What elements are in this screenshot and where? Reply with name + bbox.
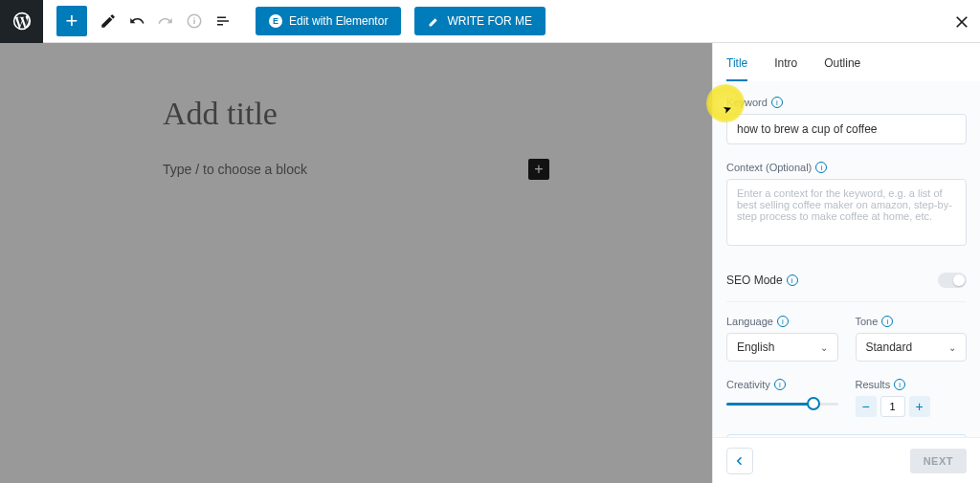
inline-add-block-button[interactable]: +	[528, 159, 549, 180]
seo-mode-toggle[interactable]	[938, 273, 967, 288]
wordpress-logo[interactable]	[0, 0, 43, 43]
context-input[interactable]	[726, 179, 967, 246]
redo-button[interactable]	[152, 0, 179, 43]
keyword-info-icon[interactable]: i	[771, 97, 783, 108]
undo-button[interactable]	[123, 0, 150, 43]
close-drawer-button[interactable]	[953, 13, 970, 31]
chevron-left-icon	[734, 455, 746, 467]
block-inserter-row: Type / to choose a block +	[163, 159, 549, 180]
edit-mode-button[interactable]	[95, 0, 122, 43]
creativity-slider[interactable]	[726, 396, 838, 411]
block-placeholder-text[interactable]: Type / to choose a block	[163, 162, 307, 177]
keyword-input[interactable]	[726, 114, 967, 144]
language-select[interactable]: English ⌄	[726, 333, 838, 362]
undo-icon	[128, 12, 145, 30]
results-info-icon[interactable]: i	[894, 379, 905, 390]
list-icon	[214, 12, 232, 30]
redo-icon	[157, 12, 174, 30]
drawer-footer: NEXT	[713, 437, 980, 483]
drawer-tabs: Title Intro Outline	[713, 43, 980, 81]
language-label: Language i	[726, 316, 838, 327]
creativity-info-icon[interactable]: i	[774, 379, 786, 390]
pen-icon	[428, 15, 440, 28]
creativity-label: Creativity i	[726, 379, 838, 390]
info-icon	[186, 12, 203, 30]
tone-label: Tone i	[856, 316, 968, 327]
toolbar-icon-group	[95, 0, 236, 43]
edit-with-elementor-label: Edit with Elementor	[289, 14, 388, 28]
write-for-me-label: WRITE FOR ME	[447, 14, 532, 28]
results-decrement-button[interactable]: −	[856, 396, 877, 417]
top-toolbar: + E Edit with Elementor WRITE FOR ME	[0, 0, 980, 43]
next-button[interactable]: NEXT	[910, 449, 967, 473]
document-outline-button[interactable]	[210, 0, 236, 43]
tab-intro[interactable]: Intro	[774, 56, 797, 81]
wordpress-icon	[11, 11, 33, 32]
tab-outline[interactable]: Outline	[824, 56, 860, 81]
language-info-icon[interactable]: i	[777, 316, 789, 327]
results-label: Results i	[856, 379, 968, 390]
context-info-icon[interactable]: i	[815, 162, 827, 173]
results-value[interactable]: 1	[880, 396, 905, 417]
info-button[interactable]	[181, 0, 208, 43]
chevron-down-icon: ⌄	[948, 342, 956, 353]
elementor-icon: E	[269, 14, 282, 28]
write-for-me-button[interactable]: WRITE FOR ME	[414, 7, 546, 35]
results-stepper: − 1 +	[856, 396, 968, 417]
tab-title[interactable]: Title	[726, 56, 747, 81]
block-editor: Add title Type / to choose a block +	[0, 43, 712, 483]
seo-info-icon[interactable]: i	[787, 274, 798, 286]
results-increment-button[interactable]: +	[909, 396, 930, 417]
tone-select[interactable]: Standard ⌄	[856, 333, 968, 362]
generate-area[interactable]	[726, 434, 967, 437]
svg-point-2	[193, 17, 195, 19]
edit-with-elementor-button[interactable]: E Edit with Elementor	[256, 7, 401, 35]
back-button[interactable]	[726, 448, 753, 474]
chevron-down-icon: ⌄	[820, 342, 828, 353]
tone-info-icon[interactable]: i	[881, 316, 893, 327]
seo-mode-label: SEO Mode i	[726, 274, 798, 287]
context-label: Context (Optional) i	[726, 162, 967, 173]
genie-drawer: genie Title Intro Outline Keyword i Cont…	[712, 43, 980, 483]
post-title-input[interactable]: Add title	[163, 96, 549, 132]
close-icon	[955, 15, 969, 29]
keyword-label: Keyword i	[726, 97, 967, 108]
pencil-icon	[100, 12, 117, 30]
add-block-button[interactable]: +	[56, 6, 87, 36]
